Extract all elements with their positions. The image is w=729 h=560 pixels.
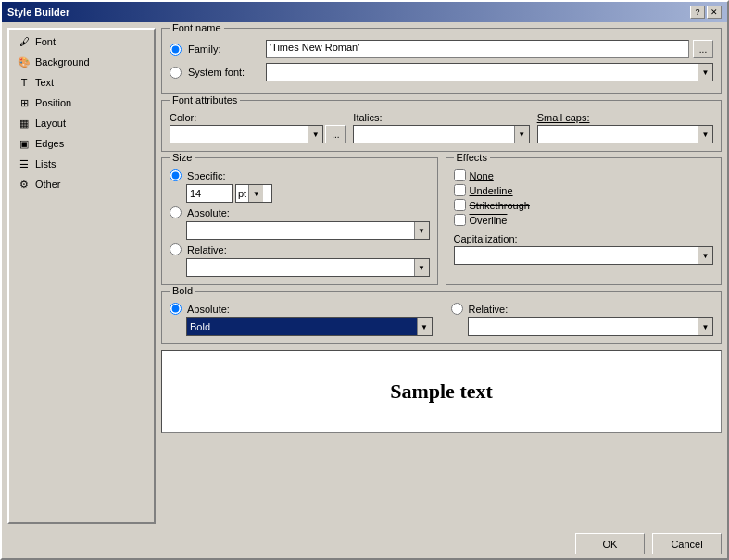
system-font-dropdown[interactable]: ▼ xyxy=(266,63,713,81)
sidebar-item-other[interactable]: ⚙ Other xyxy=(9,174,154,194)
relative-size-dropdown-arrow[interactable]: ▼ xyxy=(414,259,429,276)
relative-size-dropdown[interactable]: ▼ xyxy=(186,258,430,277)
sidebar-item-position[interactable]: ⊞ Position xyxy=(9,93,154,113)
specific-label: Specific: xyxy=(187,170,226,181)
underline-label: Underline xyxy=(470,185,513,196)
font-name-group: Font name Family: 'Times New Roman' ... … xyxy=(161,28,722,94)
relative-bold-radio[interactable] xyxy=(451,303,463,315)
overline-label: Overline xyxy=(470,215,508,226)
edges-icon: ▣ xyxy=(17,136,31,151)
relative-bold-dropdown[interactable]: ▼ xyxy=(468,317,714,336)
small-caps-dropdown-arrow[interactable]: ▼ xyxy=(698,126,712,143)
family-label: Family: xyxy=(188,44,262,55)
specific-radio[interactable] xyxy=(170,169,182,181)
strikethrough-checkbox[interactable] xyxy=(454,199,466,211)
family-browse-button[interactable]: ... xyxy=(693,40,713,58)
relative-size-row: Relative: ▼ xyxy=(170,243,430,277)
main-panel: Font name Family: 'Times New Roman' ... … xyxy=(161,28,722,524)
title-bar: Style Builder ? ✕ xyxy=(2,2,727,22)
specific-unit-arrow[interactable]: ▼ xyxy=(248,185,263,202)
font-attributes-group-title: Font attributes xyxy=(170,94,240,106)
underline-checkbox[interactable] xyxy=(454,184,466,196)
text-icon: T xyxy=(17,75,31,90)
other-icon: ⚙ xyxy=(17,177,31,192)
background-icon: 🎨 xyxy=(17,55,31,69)
sidebar-item-text-label: Text xyxy=(35,77,54,88)
relative-bold-dropdown-arrow[interactable]: ▼ xyxy=(698,318,712,335)
small-caps-col: Small caps: ▼ xyxy=(537,112,713,143)
relative-bold-label: Relative: xyxy=(469,304,509,315)
cancel-button[interactable]: Cancel xyxy=(652,533,722,554)
effects-group: Effects None Underline Strikethrough xyxy=(446,157,723,285)
sidebar-item-position-label: Position xyxy=(35,97,71,108)
window-title: Style Builder xyxy=(7,6,69,18)
bold-group-title: Bold xyxy=(170,285,195,296)
absolute-bold-dropdown[interactable]: Bold ▼ xyxy=(186,317,433,336)
italics-dropdown[interactable]: ▼ xyxy=(353,125,529,143)
absolute-size-dropdown-arrow[interactable]: ▼ xyxy=(414,222,429,239)
help-button[interactable]: ? xyxy=(690,6,705,19)
sample-box: Sample text xyxy=(161,350,722,433)
absolute-size-label: Absolute: xyxy=(187,207,230,218)
italics-label: Italics: xyxy=(353,112,529,123)
absolute-bold-section: Absolute: Bold ▼ xyxy=(170,303,433,336)
sidebar-item-lists[interactable]: ☰ Lists xyxy=(9,154,154,174)
family-row: Family: 'Times New Roman' ... xyxy=(170,40,713,58)
sidebar-item-text[interactable]: T Text xyxy=(9,72,154,93)
lists-icon: ☰ xyxy=(17,156,31,171)
font-name-group-title: Font name xyxy=(170,22,224,33)
none-label: None xyxy=(470,170,494,181)
size-effects-container: Size Specific: pt ▼ xyxy=(161,157,722,285)
absolute-bold-radio[interactable] xyxy=(170,303,182,315)
strikethrough-label: Strikethrough xyxy=(470,200,530,211)
small-caps-label: Small caps: xyxy=(537,112,713,123)
capitalization-label: Capitalization: xyxy=(454,233,714,244)
sidebar-item-background[interactable]: 🎨 Background xyxy=(9,52,154,72)
absolute-bold-dropdown-arrow[interactable]: ▼ xyxy=(417,318,432,335)
system-font-label: System font: xyxy=(188,67,262,78)
sidebar-item-font[interactable]: 🖋 Font xyxy=(9,31,154,52)
sidebar-item-other-label: Other xyxy=(35,179,61,190)
color-dropdown[interactable]: ▼ xyxy=(170,125,323,143)
underline-row: Underline xyxy=(454,184,714,196)
layout-icon: ▦ xyxy=(17,116,31,131)
sidebar-item-layout[interactable]: ▦ Layout xyxy=(9,113,154,133)
specific-row: Specific: pt ▼ xyxy=(170,169,430,203)
sidebar-item-edges[interactable]: ▣ Edges xyxy=(9,133,154,154)
bold-group: Bold Absolute: Bold ▼ xyxy=(161,291,722,344)
small-caps-dropdown[interactable]: ▼ xyxy=(537,125,713,143)
none-row: None xyxy=(454,169,714,181)
italics-dropdown-arrow[interactable]: ▼ xyxy=(514,126,529,143)
close-button[interactable]: ✕ xyxy=(707,6,722,19)
overline-checkbox[interactable] xyxy=(454,214,466,226)
relative-size-radio[interactable] xyxy=(170,243,182,255)
system-font-dropdown-arrow[interactable]: ▼ xyxy=(698,64,712,81)
color-dropdown-arrow[interactable]: ▼ xyxy=(308,126,322,143)
font-attributes-group: Font attributes Color: ▼ ... xyxy=(161,100,722,152)
bottom-buttons: OK Cancel xyxy=(2,529,727,558)
color-browse-button[interactable]: ... xyxy=(325,125,346,143)
color-col: Color: ▼ ... xyxy=(170,112,346,143)
specific-radio-row: Specific: xyxy=(170,169,430,181)
specific-unit-dropdown[interactable]: pt ▼ xyxy=(235,184,272,203)
system-font-row: System font: ▼ xyxy=(170,63,713,81)
sidebar-item-lists-label: Lists xyxy=(35,158,57,169)
color-label: Color: xyxy=(170,112,346,123)
relative-bold-section: Relative: ▼ xyxy=(451,303,714,336)
ok-button[interactable]: OK xyxy=(575,533,645,554)
specific-value-input[interactable] xyxy=(186,184,233,203)
system-font-radio[interactable] xyxy=(170,67,182,79)
absolute-size-radio[interactable] xyxy=(170,206,182,218)
font-icon: 🖋 xyxy=(17,34,31,49)
family-input[interactable]: 'Times New Roman' xyxy=(266,40,689,58)
specific-unit: pt xyxy=(236,187,248,200)
family-radio[interactable] xyxy=(170,44,182,56)
absolute-size-dropdown[interactable]: ▼ xyxy=(186,221,430,240)
capitalization-dropdown-arrow[interactable]: ▼ xyxy=(698,247,712,264)
strikethrough-row: Strikethrough xyxy=(454,199,714,211)
overline-row: Overline xyxy=(454,214,714,226)
none-checkbox[interactable] xyxy=(454,169,466,181)
style-builder-window: Style Builder ? ✕ 🖋 Font 🎨 Background T … xyxy=(0,0,729,560)
capitalization-dropdown[interactable]: ▼ xyxy=(454,246,714,265)
color-row: ▼ ... xyxy=(170,125,346,143)
